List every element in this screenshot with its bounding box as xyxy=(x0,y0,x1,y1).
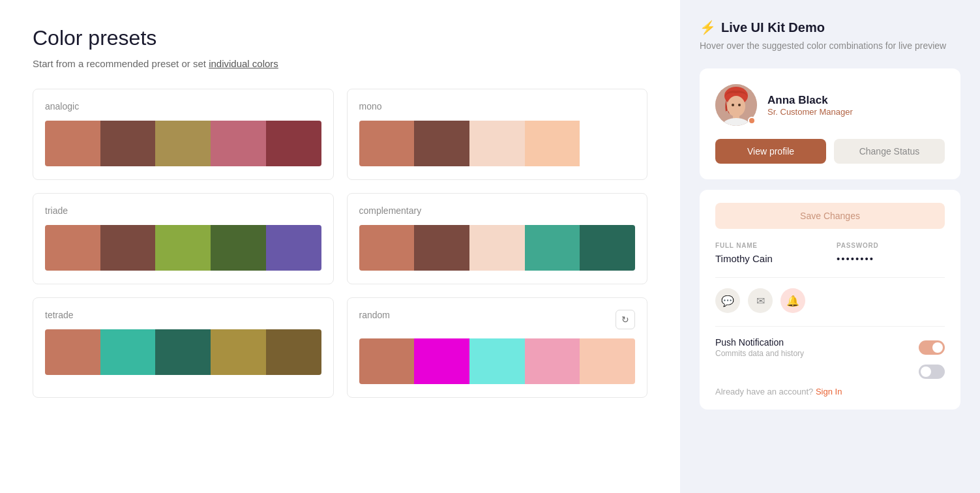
right-panel: ⚡ Live UI Kit Demo Hover over the sugges… xyxy=(680,0,980,493)
save-changes-button[interactable]: Save Changes xyxy=(715,203,945,229)
preset-label: complementary xyxy=(359,205,636,216)
profile-top: Anna Black Sr. Customer Manager xyxy=(715,84,945,126)
preset-card-complementary[interactable]: complementary xyxy=(347,193,648,284)
swatch-0[interactable] xyxy=(45,329,100,375)
swatch-2[interactable] xyxy=(155,329,211,375)
preset-card-triade[interactable]: triade xyxy=(33,193,334,284)
swatch-3[interactable] xyxy=(525,121,580,166)
page-title: Color presets xyxy=(33,26,647,50)
preset-card-analogic[interactable]: analogic xyxy=(33,89,334,180)
full-name-field: FULL NAME Timothy Cain xyxy=(715,242,824,264)
random-header: random↻ xyxy=(359,310,636,329)
refresh-button[interactable]: ↻ xyxy=(616,310,635,329)
live-title: Live UI Kit Demo xyxy=(721,20,825,35)
email-icon[interactable]: ✉ xyxy=(748,288,773,313)
push-notification-toggle[interactable] xyxy=(919,340,945,355)
preset-card-mono[interactable]: mono xyxy=(347,89,648,180)
sign-in-row: Already have an account? Sign In xyxy=(715,387,945,396)
color-swatches xyxy=(359,121,636,166)
preset-label: tetrade xyxy=(45,310,321,320)
profile-actions: View profile Change Status xyxy=(715,139,945,164)
commits-toggle-row xyxy=(715,365,945,379)
profile-card: Anna Black Sr. Customer Manager View pro… xyxy=(700,68,960,179)
swatch-0[interactable] xyxy=(45,225,100,271)
full-name-value: Timothy Cain xyxy=(715,253,824,264)
left-panel: Color presets Start from a recommended p… xyxy=(0,0,680,493)
chat-icon[interactable]: 💬 xyxy=(715,288,740,313)
password-label: PASSWORD xyxy=(837,242,945,249)
color-swatches xyxy=(45,329,321,375)
swatch-4[interactable] xyxy=(266,121,321,166)
color-swatches xyxy=(45,225,321,271)
preset-label: random xyxy=(359,310,390,320)
color-swatches xyxy=(45,121,321,166)
full-name-label: FULL NAME xyxy=(715,242,824,249)
divider-2 xyxy=(715,326,945,327)
swatch-2[interactable] xyxy=(469,121,525,166)
swatch-1[interactable] xyxy=(100,225,156,271)
password-value: •••••••• xyxy=(837,253,945,264)
live-subtitle: Hover over the suggested color combinati… xyxy=(700,39,960,53)
profile-role: Sr. Customer Manager xyxy=(767,107,853,117)
commits-toggle[interactable] xyxy=(919,365,945,379)
swatch-4[interactable] xyxy=(266,329,321,375)
avatar-wrap xyxy=(715,84,757,126)
lightning-icon: ⚡ xyxy=(700,20,716,35)
sign-in-link[interactable]: Sign In xyxy=(816,387,842,396)
swatch-1[interactable] xyxy=(100,329,156,375)
change-status-button[interactable]: Change Status xyxy=(834,139,945,164)
push-notification-row: Push Notification Commits data and histo… xyxy=(715,337,945,358)
swatch-2[interactable] xyxy=(155,225,211,271)
swatch-3[interactable] xyxy=(211,225,266,271)
swatch-0[interactable] xyxy=(359,121,415,166)
svg-point-6 xyxy=(738,104,741,106)
preset-label: analogic xyxy=(45,101,321,112)
swatch-4[interactable] xyxy=(580,121,635,166)
swatch-3[interactable] xyxy=(525,338,580,384)
swatch-2[interactable] xyxy=(469,225,525,271)
preset-label: mono xyxy=(359,101,636,112)
swatch-3[interactable] xyxy=(211,121,266,166)
push-notification-label: Push Notification xyxy=(715,337,804,348)
svg-point-2 xyxy=(727,96,745,117)
swatch-0[interactable] xyxy=(45,121,100,166)
swatch-1[interactable] xyxy=(414,121,469,166)
form-card: Save Changes FULL NAME Timothy Cain PASS… xyxy=(700,190,960,410)
swatch-1[interactable] xyxy=(414,225,469,271)
swatch-1[interactable] xyxy=(100,121,156,166)
preset-label: triade xyxy=(45,205,321,216)
icon-row: 💬 ✉ 🔔 xyxy=(715,288,945,313)
bell-icon[interactable]: 🔔 xyxy=(780,288,805,313)
swatch-0[interactable] xyxy=(359,225,415,271)
preset-card-tetrade[interactable]: tetrade xyxy=(33,297,334,398)
swatch-4[interactable] xyxy=(580,225,635,271)
profile-info: Anna Black Sr. Customer Manager xyxy=(767,94,853,117)
profile-name: Anna Black xyxy=(767,94,853,107)
swatch-2[interactable] xyxy=(469,338,525,384)
view-profile-button[interactable]: View profile xyxy=(715,139,826,164)
individual-colors-link[interactable]: individual colors xyxy=(209,58,278,69)
live-header: ⚡ Live UI Kit Demo xyxy=(700,20,960,35)
presets-grid: analogicmonotriadecomplementarytetradera… xyxy=(33,89,647,398)
svg-point-5 xyxy=(732,104,734,106)
push-notification-info: Push Notification Commits data and histo… xyxy=(715,337,804,358)
form-fields: FULL NAME Timothy Cain PASSWORD •••••••• xyxy=(715,242,945,264)
preset-card-random[interactable]: random↻ xyxy=(347,297,648,398)
swatch-4[interactable] xyxy=(266,225,321,271)
divider xyxy=(715,277,945,278)
swatch-3[interactable] xyxy=(211,329,266,375)
color-swatches xyxy=(359,338,636,384)
password-field: PASSWORD •••••••• xyxy=(837,242,945,264)
subtitle: Start from a recommended preset or set i… xyxy=(33,58,647,69)
status-dot xyxy=(748,117,756,125)
swatch-0[interactable] xyxy=(359,338,415,384)
swatch-4[interactable] xyxy=(580,338,635,384)
swatch-1[interactable] xyxy=(414,338,469,384)
push-notification-sublabel: Commits data and history xyxy=(715,349,804,358)
swatch-2[interactable] xyxy=(155,121,211,166)
color-swatches xyxy=(359,225,636,271)
swatch-3[interactable] xyxy=(525,225,580,271)
